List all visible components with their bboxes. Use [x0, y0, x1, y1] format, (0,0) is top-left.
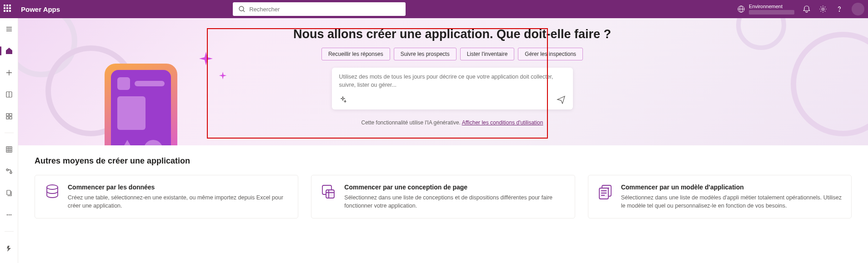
book-icon: [5, 91, 13, 98]
waffle-icon[interactable]: [4, 5, 13, 14]
nav-create[interactable]: [2, 65, 16, 80]
svg-rect-10: [6, 147, 12, 152]
globe-icon: [737, 5, 745, 13]
layout-icon: [321, 184, 337, 200]
environment-name-redacted: [749, 10, 794, 15]
database-icon: [44, 184, 60, 200]
nav-powerplatform[interactable]: [2, 241, 16, 255]
nav-solutions[interactable]: [2, 186, 16, 200]
svg-rect-13: [7, 190, 10, 195]
card-title: Commencer par une conception de page: [344, 184, 565, 191]
svg-rect-9: [10, 117, 12, 119]
search-input[interactable]: [249, 6, 400, 13]
card-desc: Sélectionnez dans une liste de modèles d…: [621, 194, 842, 210]
terms-link[interactable]: Afficher les conditions d'utilisation: [462, 119, 543, 126]
svg-point-11: [6, 169, 8, 171]
svg-point-0: [239, 6, 244, 11]
solutions-icon: [5, 189, 13, 197]
top-bar: Power Apps Environnement: [0, 0, 868, 18]
sparkle-icon[interactable]: [339, 96, 346, 103]
environment-label: Environnement: [749, 4, 794, 10]
template-icon: [597, 184, 614, 200]
svg-point-12: [10, 172, 12, 174]
search-box[interactable]: [233, 2, 406, 16]
table-icon: [5, 146, 13, 153]
svg-point-15: [8, 214, 9, 215]
hamburger-icon: [5, 25, 13, 33]
card-start-with-page-design[interactable]: Commencer par une conception de page Sél…: [311, 175, 575, 218]
brand-title: Power Apps: [21, 5, 60, 13]
bell-icon: [803, 5, 811, 13]
nav-flows[interactable]: [2, 164, 16, 179]
question-icon: [835, 5, 843, 13]
notifications-button[interactable]: [803, 5, 811, 13]
ai-prompt-box: [332, 68, 573, 109]
card-desc: Créez une table, sélectionnez-en une exi…: [68, 194, 289, 210]
main-content: Nous allons créer une application. Que d…: [18, 18, 868, 263]
plus-icon: [5, 69, 13, 76]
decorative-phone-illustration: [105, 64, 177, 145]
suggestion-chip[interactable]: Recueillir les réponses: [321, 48, 390, 60]
svg-rect-8: [6, 117, 9, 119]
send-icon[interactable]: [557, 95, 566, 104]
card-desc: Sélectionnez dans une liste de conceptio…: [344, 194, 565, 210]
section-title: Autres moyens de créer une application: [35, 156, 852, 166]
environment-switcher[interactable]: Environnement: [737, 4, 794, 14]
powerplatform-icon: [5, 244, 13, 252]
gear-icon: [819, 5, 827, 13]
home-icon: [5, 47, 13, 55]
nav-apps[interactable]: [2, 109, 16, 124]
decorative-circle: [736, 18, 786, 50]
flow-icon: [5, 168, 13, 175]
svg-rect-19: [326, 190, 334, 198]
suggestion-chip[interactable]: Suivre les prospects: [394, 48, 457, 60]
nav-more[interactable]: [2, 208, 16, 222]
card-start-with-data[interactable]: Commencer par les données Créez une tabl…: [35, 175, 298, 218]
more-icon: [5, 211, 13, 218]
nav-tables[interactable]: [2, 142, 16, 157]
suggestion-chip[interactable]: Lister l'inventaire: [460, 48, 515, 60]
hero-section: Nous allons créer une application. Que d…: [18, 18, 868, 145]
card-title: Commencer par un modèle d'application: [621, 184, 842, 191]
other-ways-section: Autres moyens de créer une application C…: [18, 145, 868, 229]
svg-rect-21: [599, 188, 608, 199]
settings-button[interactable]: [819, 5, 827, 13]
nav-learn[interactable]: [2, 87, 16, 102]
search-icon: [238, 5, 246, 13]
svg-point-3: [822, 8, 824, 10]
ai-prompt-input[interactable]: [339, 73, 566, 91]
svg-point-4: [839, 11, 839, 11]
svg-rect-7: [10, 114, 12, 116]
nav-home[interactable]: [2, 44, 16, 58]
svg-point-17: [47, 185, 58, 189]
decorative-circle: [791, 32, 868, 136]
help-button[interactable]: [835, 5, 843, 13]
hero-title: Nous allons créer une application. Que d…: [209, 27, 695, 41]
hero-footer-text: Cette fonctionnalité utilise l'IA généra…: [209, 119, 695, 126]
hamburger-toggle[interactable]: [2, 22, 16, 36]
user-avatar[interactable]: [852, 3, 864, 15]
card-title: Commencer par les données: [68, 184, 289, 191]
apps-icon: [5, 113, 13, 120]
suggestion-chip[interactable]: Gérer les inspections: [518, 48, 583, 60]
left-rail: [0, 18, 18, 263]
svg-rect-6: [6, 114, 9, 116]
card-start-with-template[interactable]: Commencer par un modèle d'application Sé…: [588, 175, 852, 218]
svg-point-14: [6, 214, 7, 215]
svg-point-16: [10, 214, 11, 215]
